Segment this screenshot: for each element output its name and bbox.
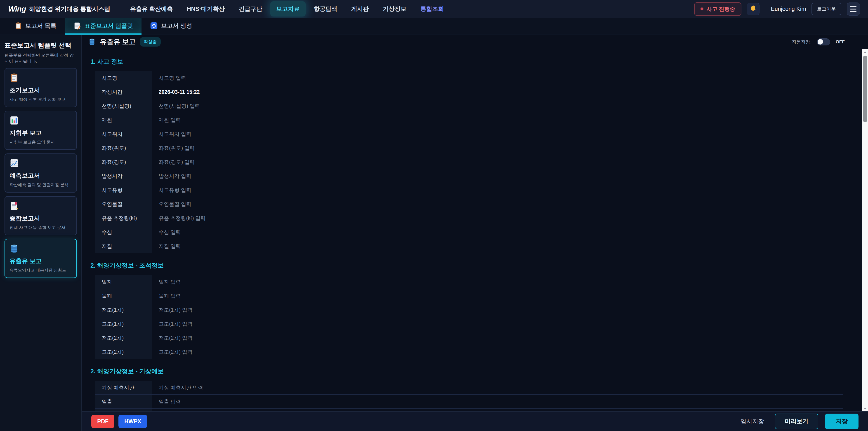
section-table: 기상 예측시간기상 예측시간 입력일출일출 입력일몰일몰 입력: [95, 381, 843, 411]
incident-status-badge: 사고 진행중: [694, 2, 742, 16]
table-row: 사고유형사고유형 입력: [95, 183, 843, 197]
template-title: 초기보고서: [9, 86, 72, 94]
template-card-1[interactable]: 지휘부 보고지휘부 보고용 요약 문서: [4, 111, 77, 150]
field-value[interactable]: 기상 예측시간 입력: [152, 381, 843, 394]
vertical-scrollbar[interactable]: ▲ ▼: [862, 49, 868, 411]
bell-icon: [749, 5, 757, 13]
field-value[interactable]: 저조(1차) 입력: [152, 303, 843, 317]
wing-logo: Wing: [8, 4, 26, 13]
line-chart-icon: [9, 158, 19, 168]
scrollbar-thumb[interactable]: [863, 56, 867, 122]
notifications-button[interactable]: [747, 3, 760, 16]
scroll-down-arrow-icon[interactable]: ▼: [862, 407, 868, 410]
footer-bar: PDFHWPX 임시저장 미리보기 저장: [82, 411, 868, 431]
save-button[interactable]: 저장: [825, 413, 859, 429]
field-value[interactable]: 발생시각 입력: [152, 169, 843, 183]
form-section-0: 1. 사고 정보사고명사고명 입력작성시간2026-03-11 15:22선명(…: [90, 58, 843, 253]
toggle-knob: [817, 39, 823, 44]
template-desc: 사고 발생 직후 초기 상황 보고: [9, 96, 72, 102]
field-value[interactable]: 오염물질 입력: [152, 197, 843, 211]
template-desc: 확산예측 결과 및 민감자원 분석: [9, 182, 72, 188]
tab-bar: 보고서 목록표준보고서 템플릿보고서 생성: [0, 18, 868, 35]
template-title: 유출유 보고: [9, 257, 72, 265]
export-hwpx-button[interactable]: HWPX: [119, 415, 147, 428]
form-section-1: 2. 해양기상정보 - 조석정보일자일자 입력물때물때 입력저조(1차)저조(1…: [90, 261, 843, 359]
nav-item-4[interactable]: 항공탐색: [308, 1, 343, 17]
template-title: 예측보고서: [9, 172, 72, 180]
field-value[interactable]: 사고유형 입력: [152, 183, 843, 197]
nav-item-0[interactable]: 유출유 확산예측: [124, 1, 179, 17]
clipboard-icon: [9, 73, 19, 83]
temp-save-button[interactable]: 임시저장: [737, 415, 768, 428]
field-value[interactable]: 사고명 입력: [152, 71, 843, 85]
field-value[interactable]: 일몰 입력: [152, 409, 843, 411]
field-value[interactable]: 좌표(경도) 입력: [152, 155, 843, 169]
field-label: 발생시각: [95, 169, 152, 183]
field-label: 일자: [95, 275, 152, 288]
template-desc: 유류오염사고 대응지원 상황도: [9, 267, 72, 273]
field-value[interactable]: 사고위치 입력: [152, 127, 843, 141]
table-row: 저질저질 입력: [95, 239, 843, 253]
template-card-3[interactable]: 종합보고서전체 사고 대응 종합 보고 문서: [4, 196, 77, 235]
export-pdf-button[interactable]: PDF: [91, 415, 114, 428]
field-value[interactable]: 선명(시설명) 입력: [152, 99, 843, 113]
section-heading: 1. 사고 정보: [90, 58, 843, 66]
memo-icon: [73, 22, 81, 30]
field-label: 수심: [95, 225, 152, 239]
field-value[interactable]: 유출 추정량(kℓ) 입력: [152, 211, 843, 225]
section-table: 사고명사고명 입력작성시간2026-03-11 15:22선명(시설명)선명(시…: [95, 71, 843, 253]
field-value[interactable]: 고조(1차) 입력: [152, 317, 843, 331]
topbar-right: 사고 진행중 Eunjeong Kim 로그아웃: [694, 2, 860, 16]
nav-item-7[interactable]: 통합조회: [414, 1, 450, 17]
nav-item-1[interactable]: HNS·대기확산: [181, 1, 231, 17]
section-heading: 2. 해양기상정보 - 기상예보: [90, 367, 843, 375]
template-card-4[interactable]: 유출유 보고유류오염사고 대응지원 상황도: [4, 239, 77, 278]
table-row: 기상 예측시간기상 예측시간 입력: [95, 381, 843, 395]
tab-0[interactable]: 보고서 목록: [6, 18, 65, 35]
tab-2[interactable]: 보고서 생성: [142, 18, 200, 35]
template-desc: 지휘부 보고용 요약 문서: [9, 139, 72, 145]
nav-item-5[interactable]: 게시판: [345, 1, 375, 17]
nav-item-2[interactable]: 긴급구난: [233, 1, 268, 17]
field-label: 오염물질: [95, 197, 152, 211]
template-sidebar: 표준보고서 템플릿 선택 템플릿을 선택하면 오른쪽에 작성 양식이 표시됩니다…: [0, 35, 82, 431]
autosave-toggle[interactable]: [817, 38, 830, 45]
table-row: 좌표(경도)좌표(경도) 입력: [95, 155, 843, 169]
nav-item-3[interactable]: 보고자료: [270, 1, 306, 17]
table-row: 일출일출 입력: [95, 395, 843, 409]
field-value[interactable]: 2026-03-11 15:22: [152, 85, 843, 99]
field-label: 작성시간: [95, 85, 152, 99]
table-row: 물때물때 입력: [95, 289, 843, 303]
field-value[interactable]: 일출 입력: [152, 395, 843, 408]
field-label: 사고유형: [95, 183, 152, 197]
template-card-0[interactable]: 초기보고서사고 발생 직후 초기 상황 보고: [4, 68, 77, 107]
field-value[interactable]: 저조(2차) 입력: [152, 331, 843, 345]
section-heading: 2. 해양기상정보 - 조석정보: [90, 261, 843, 270]
tab-1[interactable]: 표준보고서 템플릿: [65, 18, 142, 35]
scroll-up-arrow-icon[interactable]: ▲: [862, 50, 868, 54]
preview-button[interactable]: 미리보기: [775, 413, 818, 429]
section-table: 일자일자 입력물때물때 입력저조(1차)저조(1차) 입력고조(1차)고조(1차…: [95, 275, 843, 359]
tab-label: 보고서 생성: [161, 22, 192, 30]
hamburger-menu-button[interactable]: [847, 2, 860, 16]
nav-item-6[interactable]: 기상정보: [377, 1, 412, 17]
field-value[interactable]: 제원 입력: [152, 113, 843, 127]
field-value[interactable]: 일자 입력: [152, 275, 843, 288]
field-value[interactable]: 저질 입력: [152, 239, 843, 253]
logout-button[interactable]: 로그아웃: [811, 3, 841, 15]
field-value[interactable]: 수심 입력: [152, 225, 843, 239]
field-value[interactable]: 고조(2차) 입력: [152, 345, 843, 359]
form-section-2: 2. 해양기상정보 - 기상예보기상 예측시간기상 예측시간 입력일출일출 입력…: [90, 367, 843, 411]
template-list: 초기보고서사고 발생 직후 초기 상황 보고지휘부 보고지휘부 보고용 요약 문…: [4, 68, 77, 278]
field-value[interactable]: 물때 입력: [152, 289, 843, 303]
report-main: 유출유 보고 작성중 자동저장: OFF 1. 사고 정보사고명사고명 입력작성…: [82, 35, 868, 431]
field-value[interactable]: 좌표(위도) 입력: [152, 141, 843, 155]
autosave-state: OFF: [836, 39, 845, 44]
field-label: 유출 추정량(kℓ): [95, 211, 152, 225]
oil-drum-icon: [9, 244, 19, 253]
incident-badge-label: 사고 진행중: [707, 5, 735, 13]
field-label: 좌표(위도): [95, 141, 152, 155]
table-row: 고조(1차)고조(1차) 입력: [95, 317, 843, 331]
footer-actions: 임시저장 미리보기 저장: [737, 413, 859, 429]
template-card-2[interactable]: 예측보고서확산예측 결과 및 민감자원 분석: [4, 153, 77, 192]
